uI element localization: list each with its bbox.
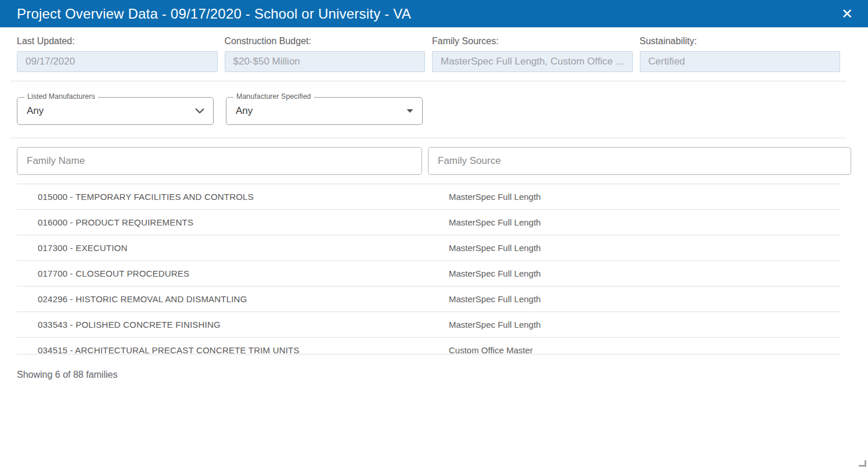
family-source-cell: MasterSpec Full Length: [449, 312, 840, 337]
manufacturer-specified-label: Manufacturer Specified: [233, 92, 314, 101]
family-name-cell: 017300 - EXECUTION: [17, 235, 449, 260]
construction-budget-field: Construction Budget: $20-$50 Million: [225, 36, 426, 72]
construction-budget-value: $20-$50 Million: [225, 51, 426, 72]
families-table[interactable]: 015000 - TEMPORARY FACILITIES AND CONTRO…: [17, 184, 840, 355]
listed-manufacturers-value: Any: [17, 98, 213, 124]
sustainability-field: Sustainability: Certified: [640, 36, 841, 72]
family-name-cell: 033543 - POLISHED CONCRETE FINISHING: [17, 312, 449, 337]
resize-grip-icon[interactable]: [859, 460, 866, 467]
table-row[interactable]: 017300 - EXECUTION MasterSpec Full Lengt…: [17, 235, 840, 261]
family-name-cell: 034515 - ARCHITECTURAL PRECAST CONCRETE …: [17, 338, 449, 355]
close-icon: ✕: [841, 6, 853, 22]
listed-manufacturers-label: Listed Manufacturers: [24, 92, 98, 101]
search-row: [0, 138, 868, 175]
family-source-cell: MasterSpec Full Length: [449, 261, 840, 286]
family-source-cell: MasterSpec Full Length: [449, 184, 840, 209]
family-name-input[interactable]: [17, 147, 422, 175]
table-row[interactable]: 024296 - HISTORIC REMOVAL AND DISMANTLIN…: [17, 287, 840, 312]
table-row[interactable]: 033543 - POLISHED CONCRETE FINISHING Mas…: [17, 312, 840, 338]
listed-manufacturers-dropdown[interactable]: Listed Manufacturers Any: [17, 97, 214, 125]
sustainability-value: Certified: [640, 51, 841, 72]
chevron-down-icon: [195, 108, 204, 114]
dialog-title: Project Overview Data - 09/17/2020 - Sch…: [17, 6, 411, 22]
close-button[interactable]: ✕: [838, 6, 856, 22]
family-name-cell: 024296 - HISTORIC REMOVAL AND DISMANTLIN…: [17, 287, 449, 312]
family-source-cell: MasterSpec Full Length: [449, 210, 840, 235]
family-name-cell: 016000 - PRODUCT REQUIREMENTS: [17, 210, 449, 235]
last-updated-field: Last Updated: 09/17/2020: [17, 36, 218, 72]
table-row[interactable]: 016000 - PRODUCT REQUIREMENTS MasterSpec…: [17, 210, 840, 235]
last-updated-label: Last Updated:: [17, 36, 218, 46]
manufacturer-specified-dropdown[interactable]: Manufacturer Specified Any: [226, 97, 423, 125]
sustainability-label: Sustainability:: [640, 36, 841, 46]
family-sources-value: MasterSpec Full Length, Custom Office ..…: [432, 51, 633, 72]
family-source-input[interactable]: [428, 147, 851, 175]
manufacturer-specified-value: Any: [226, 98, 422, 124]
dropdown-arrow-icon: [406, 109, 413, 113]
family-sources-label: Family Sources:: [432, 36, 633, 46]
filters-row: Listed Manufacturers Any Manufacturer Sp…: [0, 81, 868, 138]
construction-budget-label: Construction Budget:: [225, 36, 426, 46]
family-name-cell: 015000 - TEMPORARY FACILITIES AND CONTRO…: [17, 184, 449, 209]
family-source-cell: Custom Office Master: [449, 338, 840, 355]
family-source-cell: MasterSpec Full Length: [449, 235, 840, 260]
last-updated-value: 09/17/2020: [17, 51, 218, 72]
family-source-cell: MasterSpec Full Length: [449, 287, 840, 312]
status-text: Showing 6 of 88 families: [0, 355, 868, 380]
dialog-header: Project Overview Data - 09/17/2020 - Sch…: [0, 0, 868, 27]
summary-row: Last Updated: 09/17/2020 Construction Bu…: [0, 27, 868, 72]
family-sources-field: Family Sources: MasterSpec Full Length, …: [432, 36, 633, 72]
table-row[interactable]: 015000 - TEMPORARY FACILITIES AND CONTRO…: [17, 184, 840, 210]
family-name-cell: 017700 - CLOSEOUT PROCEDURES: [17, 261, 449, 286]
table-row[interactable]: 034515 - ARCHITECTURAL PRECAST CONCRETE …: [17, 338, 840, 355]
table-row[interactable]: 017700 - CLOSEOUT PROCEDURES MasterSpec …: [17, 261, 840, 287]
